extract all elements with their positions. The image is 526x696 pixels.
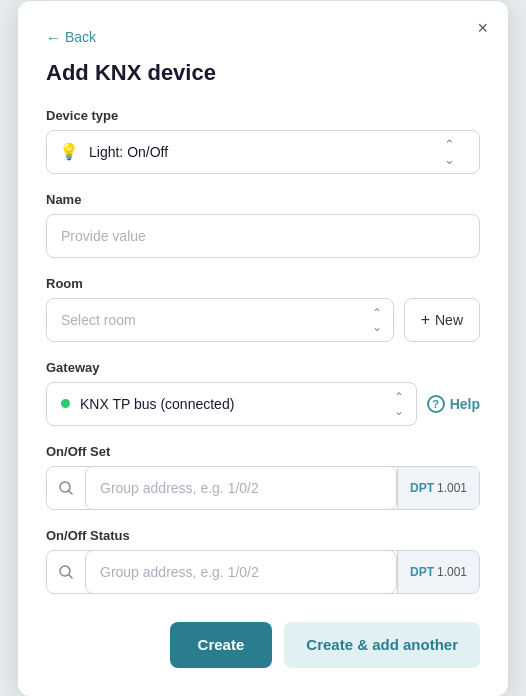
- name-field: Name: [46, 192, 480, 258]
- svg-line-1: [69, 491, 72, 494]
- on-off-set-dpt-badge: DPT 1.001: [397, 467, 479, 509]
- room-select-wrapper: Select room ⌃⌄: [46, 298, 394, 342]
- back-label: Back: [65, 29, 96, 45]
- room-field: Room Select room ⌃⌄ + New: [46, 276, 480, 342]
- help-label: Help: [450, 396, 480, 412]
- modal-dialog: × ← Back Add KNX device Device type 💡 Li…: [18, 1, 508, 696]
- help-circle-icon: ?: [427, 395, 445, 413]
- gateway-value: KNX TP bus (connected): [80, 396, 380, 412]
- on-off-status-dpt-badge: DPT 1.001: [397, 551, 479, 593]
- device-type-value: Light: On/Off: [89, 144, 467, 160]
- on-off-status-label: On/Off Status: [46, 528, 480, 543]
- new-room-button[interactable]: + New: [404, 298, 480, 342]
- name-label: Name: [46, 192, 480, 207]
- new-room-label: New: [435, 312, 463, 328]
- close-button[interactable]: ×: [473, 15, 492, 41]
- on-off-set-label: On/Off Set: [46, 444, 480, 459]
- on-off-status-input[interactable]: [85, 550, 397, 594]
- search-icon: [47, 481, 85, 495]
- on-off-status-address-field: DPT 1.001: [46, 550, 480, 594]
- room-select[interactable]: Select room: [46, 298, 394, 342]
- footer-buttons: Create Create & add another: [46, 622, 480, 668]
- svg-line-3: [69, 575, 72, 578]
- room-label: Room: [46, 276, 480, 291]
- device-type-label: Device type: [46, 108, 480, 123]
- modal-overlay: × ← Back Add KNX device Device type 💡 Li…: [0, 0, 526, 696]
- on-off-set-dpt-value: 1.001: [437, 481, 467, 495]
- gateway-chevron-icon: ⌃⌄: [394, 390, 404, 418]
- name-input[interactable]: [46, 214, 480, 258]
- gateway-select[interactable]: KNX TP bus (connected) ⌃⌄: [46, 382, 417, 426]
- on-off-set-input[interactable]: [85, 466, 397, 510]
- device-type-select[interactable]: 💡 Light: On/Off ⌃⌄: [46, 130, 480, 174]
- back-link[interactable]: ← Back: [46, 29, 480, 46]
- page-title: Add KNX device: [46, 60, 480, 86]
- back-arrow-icon: ←: [46, 29, 61, 46]
- device-type-field: Device type 💡 Light: On/Off ⌃⌄: [46, 108, 480, 174]
- on-off-status-field: On/Off Status DPT 1.001: [46, 528, 480, 594]
- gateway-row: KNX TP bus (connected) ⌃⌄ ? Help: [46, 382, 480, 426]
- room-row: Select room ⌃⌄ + New: [46, 298, 480, 342]
- connected-dot-icon: [61, 399, 70, 408]
- gateway-label: Gateway: [46, 360, 480, 375]
- light-icon: 💡: [59, 142, 79, 161]
- help-button[interactable]: ? Help: [427, 395, 480, 413]
- search-status-icon: [47, 565, 85, 579]
- plus-icon: +: [421, 311, 430, 329]
- create-add-another-button[interactable]: Create & add another: [284, 622, 480, 668]
- on-off-set-address-field: DPT 1.001: [46, 466, 480, 510]
- create-button[interactable]: Create: [170, 622, 273, 668]
- on-off-status-dpt-value: 1.001: [437, 565, 467, 579]
- gateway-field: Gateway KNX TP bus (connected) ⌃⌄ ? Help: [46, 360, 480, 426]
- on-off-set-field: On/Off Set DPT 1.001: [46, 444, 480, 510]
